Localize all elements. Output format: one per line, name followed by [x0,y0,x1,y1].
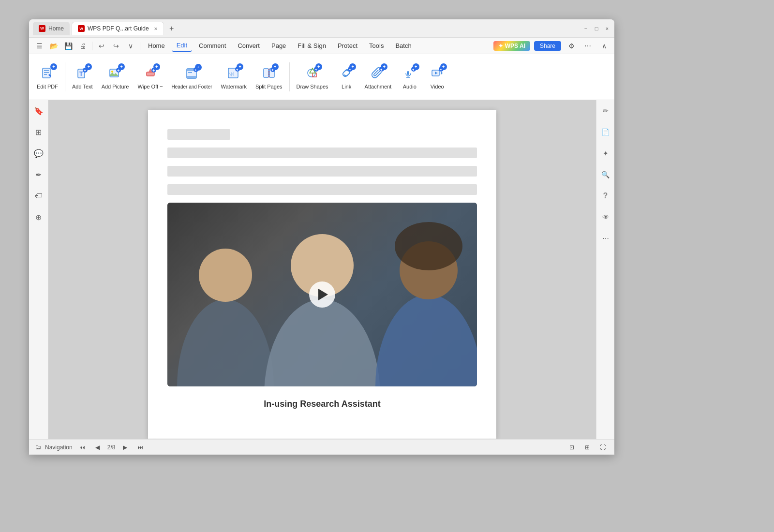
redo-btn[interactable]: ↪ [110,40,122,52]
add-picture-badge: + [118,63,125,70]
sidebar-thumbnail-icon[interactable]: ⊞ [32,125,45,139]
sidebar-comment-icon[interactable]: 💬 [32,147,45,160]
tab-pdf-label: WPS PDF Q...art Guide [88,25,149,32]
wps-ai-btn[interactable]: ✦ WPS AI [493,41,530,51]
print-btn[interactable]: 🖨 [76,40,89,52]
svg-rect-17 [187,76,196,78]
nav-home[interactable]: Home [143,40,170,51]
right-sidebar-edit-icon[interactable]: ✏ [599,104,612,118]
add-picture-icon: + + [106,64,124,82]
play-triangle-icon [318,289,328,300]
attachment-label: Attachment [365,84,392,89]
wps-pdf-icon: W [78,25,85,32]
fullscreen-btn[interactable]: ⛶ [597,442,609,453]
new-tab-btn[interactable]: + [166,23,178,34]
sidebar-signature-icon[interactable]: ✒ [32,168,45,181]
header-footer-tool[interactable]: + + Header and Footer [168,62,216,92]
watermark-label: Watermark [221,84,247,89]
split-pages-tool[interactable]: + + Split Pages [252,61,286,92]
watermark-tool[interactable]: W + + Watermark [217,61,251,92]
nav-convert[interactable]: Convert [233,40,265,51]
video-play-btn[interactable] [309,281,335,308]
nav-tools[interactable]: Tools [364,40,388,51]
link-badge: + [349,63,356,70]
status-bar: 🗂 Navigation ⏮ ◀ 2/8 ▶ ⏭ ⊡ ⊞ ⛶ [29,439,614,455]
draw-shapes-icon: + + [304,64,321,82]
nav-protect[interactable]: Protect [333,40,362,51]
video-badge: + [440,63,447,70]
svg-point-49 [177,299,274,386]
fit-page-btn[interactable]: ⊡ [566,442,578,453]
right-sidebar-highlight-icon[interactable]: ✦ [599,147,612,160]
minimize-btn[interactable]: − [582,25,589,32]
status-bar-right: ⊡ ⊞ ⛶ [566,442,609,453]
sidebar-layers-icon[interactable]: ⊕ [32,210,45,224]
more-options-icon[interactable]: ⋯ [581,40,594,52]
nav-comment[interactable]: Comment [194,40,231,51]
nav-page[interactable]: Page [267,40,291,51]
add-text-icon: T + + [74,64,91,82]
close-btn[interactable]: × [604,25,610,32]
undo-btn[interactable]: ↩ [95,40,108,52]
attachment-tool[interactable]: + + Attachment [361,61,396,92]
attachment-icon: + + [369,64,387,82]
nav-next-btn[interactable]: ▶ [119,442,131,453]
collapse-icon[interactable]: ∧ [598,40,610,52]
svg-text:T: T [79,71,83,77]
nav-fill-sign[interactable]: Fill & Sign [293,40,331,51]
add-picture-label: Add Picture [102,84,129,89]
menu-bar: ☰ 📂 💾 🖨 ↩ ↪ ∨ Home Edit Comment Convert … [29,38,614,54]
tab-pdf[interactable]: W WPS PDF Q...art Guide ✕ [72,22,164,35]
sidebar-bookmark-icon[interactable]: 🔖 [32,104,45,118]
svg-rect-39 [407,71,409,75]
menu-hamburger-btn[interactable]: ☰ [33,40,45,52]
nav-last-btn[interactable]: ⏭ [134,442,146,453]
right-sidebar: ✏ 📄 ✦ 🔍 ? 👁 ⋯ [596,100,614,439]
content-block-line1 [167,148,477,158]
tab-close-btn[interactable]: ✕ [154,26,158,31]
video-label: Video [431,84,444,89]
more-actions-btn[interactable]: ∨ [124,40,137,52]
wipe-off-tool[interactable]: + + Wipe Off ~ [134,61,167,92]
audio-badge: + [413,63,419,70]
open-file-btn[interactable]: 📂 [47,40,60,52]
svg-point-51 [264,299,380,386]
share-btn[interactable]: Share [534,41,561,51]
right-sidebar-page-icon[interactable]: 📄 [599,125,612,139]
content-block-line3 [167,184,477,195]
right-sidebar-eye-icon[interactable]: 👁 [599,210,612,224]
nav-edit[interactable]: Edit [172,40,192,52]
svg-point-50 [199,249,252,302]
right-sidebar-help-icon[interactable]: ? [599,189,612,203]
video-tool[interactable]: + + Video [424,61,450,92]
title-bar: W Home W WPS PDF Q...art Guide ✕ + − □ × [29,19,614,38]
nav-prev-btn[interactable]: ◀ [92,442,104,453]
add-text-label: Add Text [72,84,93,89]
wps-home-icon: W [39,25,45,32]
pdf-area[interactable]: In-using Research Assistant [48,100,596,439]
add-picture-tool[interactable]: + + Add Picture [98,61,133,92]
maximize-btn[interactable]: □ [593,25,600,32]
svg-point-55 [395,222,462,270]
sep-1 [65,62,65,91]
save-btn[interactable]: 💾 [62,40,74,52]
draw-shapes-tool[interactable]: + + Draw Shapes [293,61,332,92]
header-footer-badge: + [195,64,202,71]
menu-separator-2 [140,42,140,50]
page-thumbnail-btn[interactable]: ⊞ [581,442,593,453]
settings-icon[interactable]: ⚙ [565,40,578,52]
right-sidebar-search-icon[interactable]: 🔍 [599,168,612,181]
link-tool[interactable]: + + Link [333,61,360,92]
sidebar-stamp-icon[interactable]: 🏷 [32,189,45,203]
nav-batch[interactable]: Batch [390,40,416,51]
split-pages-badge: + [272,63,279,70]
tab-home[interactable]: W Home [33,22,70,35]
nav-first-btn[interactable]: ⏮ [76,442,88,453]
audio-tool[interactable]: + + Audio [396,61,423,92]
video-container[interactable] [167,203,477,386]
link-icon: + + [338,64,355,82]
edit-pdf-label: Edit PDF [37,84,58,89]
right-sidebar-more-icon[interactable]: ⋯ [599,232,612,245]
add-text-tool[interactable]: T + + Add Text [68,61,97,92]
edit-pdf-tool[interactable]: + Edit PDF [33,61,62,92]
